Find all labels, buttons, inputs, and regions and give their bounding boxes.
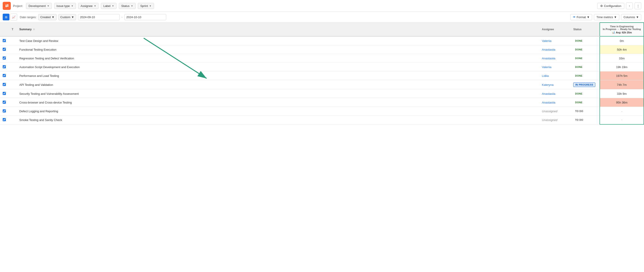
status-badge: DONE [573,92,584,96]
row-assignee[interactable]: Anastasiia [539,45,570,54]
secondary-toolbar-right: 👁 Format ▼ Time metrics ▼ Columns ▼ [570,14,641,20]
table-row: Regression Testing and Defect Verificati… [0,54,644,63]
main-content: T Summary ↑ Assignee Status Time in Engi… [0,22,644,125]
row-time-value: 74h 7m [600,80,644,89]
assignee-link[interactable]: Valeriia [542,39,551,43]
chart-view-button[interactable]: 📈 [10,14,17,20]
chart-icon: 📈 [12,15,16,19]
columns-button[interactable]: Columns ▼ [621,14,641,20]
table-row: Performance and Load TestingLidiiaDONE19… [0,71,644,80]
assignee-link[interactable]: Anastasiia [542,92,555,95]
assignee-unassigned: Unassigned [542,118,557,122]
row-assignee[interactable]: Anastasiia [539,54,570,63]
table-row: Defect Logging and ReportingUnassignedTO… [0,107,644,116]
row-assignee[interactable]: Valeriia [539,36,570,45]
row-checkbox[interactable] [3,56,6,60]
table-row: Functional Testing ExecutionAnastasiiaDO… [0,45,644,54]
date-to-input[interactable] [124,14,166,20]
th-status: Status [570,23,600,36]
chevron-down-icon: ▼ [47,5,50,7]
th-checkbox [0,23,8,36]
row-status: DONE [570,36,600,45]
row-type-cell [8,80,16,89]
row-assignee[interactable]: Kateryna [539,80,570,89]
assignee-link[interactable]: Lidiia [542,74,548,78]
assignee-link[interactable]: Anastasiia [542,57,555,60]
time-metrics-button[interactable]: Time metrics ▼ [594,14,619,20]
grid-view-button[interactable]: ⊞ [3,14,10,20]
row-assignee[interactable]: Valeriia [539,63,570,71]
row-assignee: Unassigned [539,116,570,124]
row-summary: Cross-browser and Cross-device Testing [16,98,539,107]
sort-asc-icon: ↑ [33,28,34,31]
toolbar-right: ⚙ Configuration ↑ ⋮ [597,2,641,9]
row-checkbox-cell [0,63,8,71]
assignee-link[interactable]: Kateryna [542,83,554,87]
time-header-subtitle: In Progress → Ready for Testing [603,28,641,30]
table-body: Test Case Design and ReviewValeriiaDONE0… [0,36,644,124]
row-type-cell [8,54,16,63]
row-assignee[interactable]: Anastasiia [539,98,570,107]
sprint-dropdown[interactable]: Sprint ▼ [138,3,154,9]
row-time-value: - [600,107,644,116]
row-summary: Security Testing and Vulnerability Asses… [16,89,539,98]
assignee-link[interactable]: Valeriia [542,65,551,69]
configuration-button[interactable]: ⚙ Configuration [597,3,624,9]
row-type-cell [8,45,16,54]
upload-icon-button[interactable]: ↑ [626,2,633,9]
chevron-down-icon: ▼ [587,15,590,19]
row-checkbox[interactable] [3,48,6,51]
row-checkbox-cell [0,89,8,98]
th-summary[interactable]: Summary ↑ [16,23,539,36]
chevron-down-icon: ▼ [94,5,96,7]
row-assignee[interactable]: Lidiia [539,71,570,80]
more-icon: ⋮ [636,4,640,8]
project-label: Project: [13,4,23,8]
row-checkbox[interactable] [3,109,6,113]
table-row: Smoke Testing and Sanity CheckUnassigned… [0,116,644,124]
status-dropdown[interactable]: Status ▼ [119,3,136,9]
row-checkbox-cell [0,54,8,63]
bar-chart-icon: 📊 [612,31,615,34]
chevron-down-icon: ▼ [131,5,133,7]
date-type-dropdown[interactable]: Created ▼ [38,14,56,20]
row-checkbox[interactable] [3,65,6,68]
row-checkbox[interactable] [3,39,6,42]
row-status: DONE [570,89,600,98]
row-status: DONE [570,98,600,107]
date-custom-dropdown[interactable]: Custom ▼ [58,14,76,20]
table-row: Automation Script Development and Execut… [0,63,644,71]
row-checkbox[interactable] [3,92,6,95]
row-summary: Test Case Design and Review [16,36,539,45]
row-checkbox[interactable] [3,83,6,86]
chevron-down-icon: ▼ [112,5,114,7]
row-checkbox[interactable] [3,74,6,77]
row-status: DONE [570,54,600,63]
row-type-cell [8,71,16,80]
project-dropdown[interactable]: Development ▼ [26,3,52,9]
date-separator: - [122,15,122,19]
assignee-link[interactable]: Anastasiia [542,101,555,104]
date-from-input[interactable] [78,14,120,20]
table-row: Cross-browser and Cross-device TestingAn… [0,98,644,107]
format-button[interactable]: 👁 Format ▼ [570,14,592,20]
row-assignee[interactable]: Anastasiia [539,89,570,98]
table-row: Test Case Design and ReviewValeriiaDONE0… [0,36,644,45]
assignee-dropdown[interactable]: Assignee ▼ [78,3,98,9]
row-status: DONE [570,71,600,80]
row-checkbox[interactable] [3,118,6,121]
row-summary: Smoke Testing and Sanity Check [16,116,539,124]
time-header-title: Time in Engineering [603,25,641,28]
row-time-value: 50h 4m [600,45,644,54]
issue-type-dropdown[interactable]: Issue type ▼ [54,3,76,9]
row-time-value: 33h 9m [600,89,644,98]
row-time-value: 197h 5m [600,71,644,80]
eye-icon: 👁 [573,15,576,19]
assignee-link[interactable]: Anastasiia [542,48,555,51]
row-checkbox-cell [0,80,8,89]
more-options-button[interactable]: ⋮ [634,2,641,9]
row-checkbox[interactable] [3,101,6,104]
row-summary: Automation Script Development and Execut… [16,63,539,71]
label-dropdown[interactable]: Label ▼ [101,3,116,9]
row-status: TO DO [570,107,600,116]
